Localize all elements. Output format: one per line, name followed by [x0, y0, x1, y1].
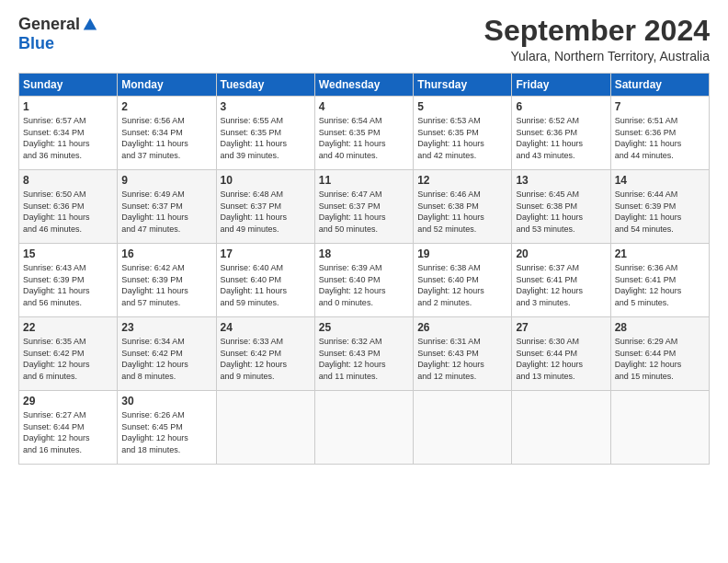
day-info: Sunrise: 6:42 AMSunset: 6:39 PMDaylight:…: [121, 262, 211, 308]
calendar-cell: 23Sunrise: 6:34 AMSunset: 6:42 PMDayligh…: [118, 317, 216, 391]
month-title: September 2024: [484, 15, 710, 47]
calendar-header-saturday: Saturday: [610, 74, 709, 97]
calendar-cell: 26Sunrise: 6:31 AMSunset: 6:43 PMDayligh…: [414, 317, 512, 391]
calendar-cell: 21Sunrise: 6:36 AMSunset: 6:41 PMDayligh…: [610, 244, 709, 317]
day-info: Sunrise: 6:33 AMSunset: 6:42 PMDaylight:…: [221, 336, 311, 382]
day-info: Sunrise: 6:57 AMSunset: 6:34 PMDaylight:…: [23, 115, 113, 161]
day-info: Sunrise: 6:44 AMSunset: 6:39 PMDaylight:…: [615, 189, 705, 235]
day-number: 20: [516, 247, 606, 260]
calendar-header-tuesday: Tuesday: [216, 74, 314, 97]
calendar-cell: 2Sunrise: 6:56 AMSunset: 6:34 PMDaylight…: [118, 97, 216, 170]
day-info: Sunrise: 6:40 AMSunset: 6:40 PMDaylight:…: [221, 262, 311, 308]
day-number: 22: [23, 321, 113, 334]
day-number: 7: [615, 100, 705, 113]
calendar-header-friday: Friday: [512, 74, 610, 97]
calendar-cell: [216, 391, 314, 465]
calendar-cell: 24Sunrise: 6:33 AMSunset: 6:42 PMDayligh…: [216, 317, 314, 391]
day-info: Sunrise: 6:34 AMSunset: 6:42 PMDaylight:…: [121, 336, 211, 382]
calendar-cell: 11Sunrise: 6:47 AMSunset: 6:37 PMDayligh…: [314, 170, 413, 244]
day-info: Sunrise: 6:30 AMSunset: 6:44 PMDaylight:…: [516, 336, 606, 382]
logo-icon: [82, 17, 98, 33]
calendar-cell: 19Sunrise: 6:38 AMSunset: 6:40 PMDayligh…: [414, 244, 512, 317]
day-number: 3: [221, 100, 311, 113]
day-number: 17: [221, 247, 311, 260]
logo: General Blue: [18, 15, 98, 53]
day-info: Sunrise: 6:43 AMSunset: 6:39 PMDaylight:…: [23, 262, 113, 308]
day-info: Sunrise: 6:47 AMSunset: 6:37 PMDaylight:…: [319, 189, 409, 235]
day-info: Sunrise: 6:37 AMSunset: 6:41 PMDaylight:…: [516, 262, 606, 308]
day-info: Sunrise: 6:39 AMSunset: 6:40 PMDaylight:…: [319, 262, 409, 308]
day-number: 11: [319, 174, 409, 187]
day-number: 15: [23, 247, 113, 260]
calendar-week-row: 15Sunrise: 6:43 AMSunset: 6:39 PMDayligh…: [19, 244, 710, 317]
day-info: Sunrise: 6:26 AMSunset: 6:45 PMDaylight:…: [121, 409, 211, 455]
day-info: Sunrise: 6:36 AMSunset: 6:41 PMDaylight:…: [615, 262, 705, 308]
calendar-header-wednesday: Wednesday: [314, 74, 413, 97]
calendar-cell: 8Sunrise: 6:50 AMSunset: 6:36 PMDaylight…: [19, 170, 118, 244]
calendar-cell: 6Sunrise: 6:52 AMSunset: 6:36 PMDaylight…: [512, 97, 610, 170]
day-number: 30: [121, 395, 211, 408]
logo-blue: Blue: [18, 34, 54, 53]
calendar-header-sunday: Sunday: [19, 74, 118, 97]
calendar-cell: [610, 391, 709, 465]
day-number: 23: [121, 321, 211, 334]
calendar-week-row: 22Sunrise: 6:35 AMSunset: 6:42 PMDayligh…: [19, 317, 710, 391]
location-title: Yulara, Northern Territory, Australia: [484, 49, 710, 63]
day-number: 25: [319, 321, 409, 334]
day-number: 18: [319, 247, 409, 260]
day-number: 13: [516, 174, 606, 187]
calendar-cell: 15Sunrise: 6:43 AMSunset: 6:39 PMDayligh…: [19, 244, 118, 317]
day-number: 6: [516, 100, 606, 113]
day-info: Sunrise: 6:32 AMSunset: 6:43 PMDaylight:…: [319, 336, 409, 382]
calendar-header-thursday: Thursday: [414, 74, 512, 97]
day-number: 10: [221, 174, 311, 187]
day-info: Sunrise: 6:54 AMSunset: 6:35 PMDaylight:…: [319, 115, 409, 161]
calendar-cell: 1Sunrise: 6:57 AMSunset: 6:34 PMDaylight…: [19, 97, 118, 170]
calendar-cell: 22Sunrise: 6:35 AMSunset: 6:42 PMDayligh…: [19, 317, 118, 391]
day-number: 1: [23, 100, 113, 113]
day-info: Sunrise: 6:53 AMSunset: 6:35 PMDaylight:…: [417, 115, 507, 161]
day-info: Sunrise: 6:27 AMSunset: 6:44 PMDaylight:…: [23, 409, 113, 455]
day-number: 19: [417, 247, 507, 260]
calendar-cell: 17Sunrise: 6:40 AMSunset: 6:40 PMDayligh…: [216, 244, 314, 317]
calendar-cell: [512, 391, 610, 465]
day-number: 28: [615, 321, 705, 334]
calendar-cell: 10Sunrise: 6:48 AMSunset: 6:37 PMDayligh…: [216, 170, 314, 244]
calendar-cell: 28Sunrise: 6:29 AMSunset: 6:44 PMDayligh…: [610, 317, 709, 391]
day-number: 5: [417, 100, 507, 113]
calendar-cell: 27Sunrise: 6:30 AMSunset: 6:44 PMDayligh…: [512, 317, 610, 391]
day-number: 2: [121, 100, 211, 113]
day-info: Sunrise: 6:49 AMSunset: 6:37 PMDaylight:…: [121, 189, 211, 235]
logo-general: General: [18, 15, 80, 34]
day-info: Sunrise: 6:55 AMSunset: 6:35 PMDaylight:…: [221, 115, 311, 161]
day-number: 26: [417, 321, 507, 334]
calendar-cell: 13Sunrise: 6:45 AMSunset: 6:38 PMDayligh…: [512, 170, 610, 244]
day-number: 12: [417, 174, 507, 187]
day-info: Sunrise: 6:38 AMSunset: 6:40 PMDaylight:…: [417, 262, 507, 308]
calendar-header-row: SundayMondayTuesdayWednesdayThursdayFrid…: [19, 74, 710, 97]
day-info: Sunrise: 6:29 AMSunset: 6:44 PMDaylight:…: [615, 336, 705, 382]
calendar-cell: 16Sunrise: 6:42 AMSunset: 6:39 PMDayligh…: [118, 244, 216, 317]
day-number: 27: [516, 321, 606, 334]
day-info: Sunrise: 6:46 AMSunset: 6:38 PMDaylight:…: [417, 189, 507, 235]
calendar-cell: 30Sunrise: 6:26 AMSunset: 6:45 PMDayligh…: [118, 391, 216, 465]
day-info: Sunrise: 6:50 AMSunset: 6:36 PMDaylight:…: [23, 189, 113, 235]
day-info: Sunrise: 6:31 AMSunset: 6:43 PMDaylight:…: [417, 336, 507, 382]
calendar-cell: 5Sunrise: 6:53 AMSunset: 6:35 PMDaylight…: [414, 97, 512, 170]
day-info: Sunrise: 6:51 AMSunset: 6:36 PMDaylight:…: [615, 115, 705, 161]
day-number: 8: [23, 174, 113, 187]
title-block: September 2024 Yulara, Northern Territor…: [484, 15, 710, 63]
day-number: 24: [221, 321, 311, 334]
calendar-cell: 20Sunrise: 6:37 AMSunset: 6:41 PMDayligh…: [512, 244, 610, 317]
calendar-header-monday: Monday: [118, 74, 216, 97]
calendar-cell: 9Sunrise: 6:49 AMSunset: 6:37 PMDaylight…: [118, 170, 216, 244]
svg-marker-0: [84, 17, 97, 29]
calendar-cell: 4Sunrise: 6:54 AMSunset: 6:35 PMDaylight…: [314, 97, 413, 170]
calendar-cell: 3Sunrise: 6:55 AMSunset: 6:35 PMDaylight…: [216, 97, 314, 170]
day-info: Sunrise: 6:45 AMSunset: 6:38 PMDaylight:…: [516, 189, 606, 235]
day-info: Sunrise: 6:48 AMSunset: 6:37 PMDaylight:…: [221, 189, 311, 235]
calendar-cell: 25Sunrise: 6:32 AMSunset: 6:43 PMDayligh…: [314, 317, 413, 391]
calendar-cell: [414, 391, 512, 465]
calendar-week-row: 1Sunrise: 6:57 AMSunset: 6:34 PMDaylight…: [19, 97, 710, 170]
page-header: General Blue September 2024 Yulara, Nort…: [18, 15, 710, 63]
